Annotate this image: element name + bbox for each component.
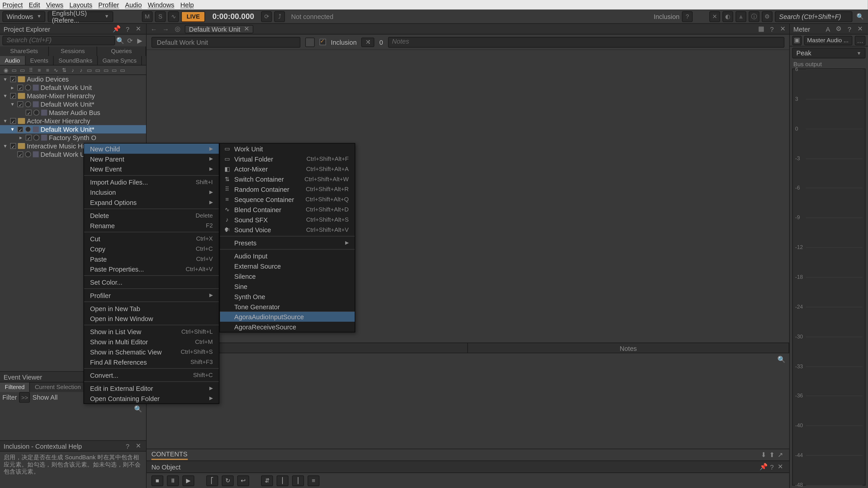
layout-combo[interactable]: Windows▼ (2, 11, 45, 22)
menu-item[interactable]: Show in List ViewCtrl+Shift+L (84, 326, 219, 337)
menu-item[interactable]: Silence (220, 271, 355, 281)
menu-item[interactable]: Open Containing Folder▶ (84, 393, 219, 403)
warn-icon[interactable]: ▲ (736, 11, 746, 22)
tree-row[interactable]: ▸Factory Synth O (0, 133, 146, 142)
tree-row[interactable]: ▾Default Work Unit* (0, 125, 146, 133)
language-combo[interactable]: English(US) (Refere...▼ (48, 11, 113, 22)
solo-button[interactable]: S (155, 11, 166, 22)
waveform-icon[interactable]: ∿ (168, 11, 179, 22)
inclusion-checkbox[interactable] (319, 39, 326, 45)
menu-layouts[interactable]: Layouts (69, 1, 92, 8)
menu-item[interactable]: Profiler▶ (84, 290, 219, 300)
icon-e[interactable]: ≡ (36, 66, 43, 74)
close-icon[interactable]: ✕ (856, 25, 864, 33)
filter-toggle[interactable]: >> (20, 392, 30, 402)
menu-item[interactable]: Inclusion▶ (84, 187, 219, 197)
tab-audio[interactable]: Audio (0, 56, 25, 65)
menu-item[interactable]: Tone Generator (220, 301, 355, 312)
download-icon[interactable]: ⬇ (760, 451, 768, 459)
live-button[interactable]: LIVE (181, 11, 205, 22)
icon-j[interactable]: ♪ (78, 66, 85, 74)
menu-item[interactable]: ⠿Random ContainerCtrl+Shift+Alt+R (220, 184, 355, 194)
menu-item[interactable]: RenameF2 (84, 221, 219, 231)
contents-tab[interactable]: CONTENTS (151, 450, 188, 459)
menu-profiler[interactable]: Profiler (98, 1, 119, 8)
icon-l[interactable]: ▭ (94, 66, 101, 74)
search-icon[interactable]: 🔍 (777, 356, 786, 363)
menu-item[interactable]: ⇅Switch ContainerCtrl+Shift+Alt+W (220, 174, 355, 184)
help-icon[interactable]: ? (845, 25, 854, 33)
ev-tab-current-selection[interactable]: Current Selection (30, 383, 86, 392)
forward-icon[interactable]: → (161, 25, 170, 33)
pin-icon[interactable]: A (824, 25, 832, 33)
icon-o[interactable]: ▭ (119, 66, 126, 74)
play-button[interactable]: ▶ (182, 475, 194, 486)
help-icon[interactable]: ? (682, 11, 692, 22)
forward-icon[interactable]: ▶ (135, 36, 144, 45)
menu-item[interactable]: ♪Sound SFXCtrl+Shift+Alt+S (220, 215, 355, 225)
menu-windows[interactable]: Windows (148, 1, 175, 8)
icon-n[interactable]: ▭ (111, 66, 118, 74)
menu-item[interactable]: Paste Properties...Ctrl+Alt+V (84, 264, 219, 274)
menu-project[interactable]: Project (2, 1, 23, 8)
tab-queries[interactable]: Queries (97, 46, 146, 56)
menu-item[interactable]: CutCtrl+X (84, 234, 219, 244)
connect-icon-1[interactable]: ⟳ (261, 11, 272, 22)
gear-icon[interactable]: ⚙ (835, 25, 843, 33)
help-icon[interactable]: ? (768, 25, 776, 33)
tree-row[interactable]: ▸Default Work Unit (0, 84, 146, 92)
menu-edit[interactable]: Edit (29, 1, 40, 8)
menu-item[interactable]: Open in New Window (84, 313, 219, 324)
menu-item[interactable]: ▭Work Unit (220, 144, 355, 154)
upload-icon[interactable]: ⬆ (768, 451, 776, 459)
menu-item[interactable]: ∿Blend ContainerCtrl+Shift+Alt+D (220, 204, 355, 215)
meter-more-icon[interactable]: … (855, 35, 865, 45)
menu-item[interactable]: Set Color... (84, 277, 219, 287)
ev-tab-filtered[interactable]: Filtered (0, 383, 30, 392)
menu-item[interactable]: AgoraReceiveSource (220, 322, 355, 332)
peak-combo[interactable]: Peak▼ (792, 48, 866, 58)
editor-tab[interactable]: Default Work Unit✕ (185, 25, 253, 33)
help-icon[interactable]: ? (123, 25, 132, 33)
close-icon[interactable]: ✕ (134, 25, 143, 33)
loop-icon[interactable]: ↻ (222, 475, 234, 486)
pin-icon[interactable]: 📌 (113, 25, 121, 33)
transport-icon-d[interactable]: ≡ (308, 475, 320, 486)
close-icon[interactable]: ✕ (776, 463, 784, 471)
transport-icon-c[interactable]: ⎮ (292, 475, 304, 486)
explorer-search[interactable]: Search (Ctrl+F) (2, 36, 115, 45)
marker-icon[interactable]: ⎡ (206, 475, 218, 486)
context-menu[interactable]: New Child▶New Parent▶New Event▶Import Au… (84, 143, 219, 404)
menu-item[interactable]: ▭Virtual FolderCtrl+Shift+Alt+F (220, 154, 355, 164)
menu-help[interactable]: Help (180, 1, 194, 8)
tab-events[interactable]: Events (25, 56, 54, 65)
menu-audio[interactable]: Audio (125, 1, 142, 8)
share-icon[interactable]: ⤨ (362, 37, 375, 47)
notes-panel[interactable]: 🔍 (147, 353, 789, 449)
close-icon[interactable]: ✕ (244, 25, 249, 33)
icon-g[interactable]: ∿ (53, 66, 60, 74)
icon-k[interactable]: ▭ (86, 66, 93, 74)
status-dot-icon[interactable]: ◐ (722, 11, 733, 22)
help-icon[interactable]: ? (123, 442, 132, 450)
icon-h[interactable]: ⇅ (61, 66, 68, 74)
close-icon[interactable]: ✕ (134, 442, 143, 450)
menu-item[interactable]: Sine (220, 281, 355, 291)
icon-c[interactable]: ▭ (19, 66, 26, 74)
pause-button[interactable]: ⏸ (167, 475, 179, 486)
menu-item[interactable]: External Source (220, 261, 355, 271)
grid-icon[interactable]: ▦ (757, 25, 765, 33)
notes-field[interactable]: Notes (388, 37, 784, 47)
meter-bus-field[interactable]: Master Audio ... (804, 35, 852, 45)
menu-item[interactable]: CopyCtrl+C (84, 244, 219, 254)
menu-item[interactable]: Synth One (220, 291, 355, 301)
refresh-icon[interactable]: ⟳ (126, 36, 134, 45)
menu-item[interactable]: Presets▶ (220, 238, 355, 248)
icon-b[interactable]: ▭ (11, 66, 18, 74)
menu-item[interactable]: Show in Multi EditorCtrl+M (84, 337, 219, 347)
stop-button[interactable]: ■ (151, 475, 163, 486)
show-all-button[interactable]: Show All (33, 394, 58, 401)
target-icon[interactable]: ◎ (173, 25, 182, 33)
help-icon[interactable]: ? (768, 463, 776, 471)
icon-i[interactable]: ♪ (69, 66, 76, 74)
